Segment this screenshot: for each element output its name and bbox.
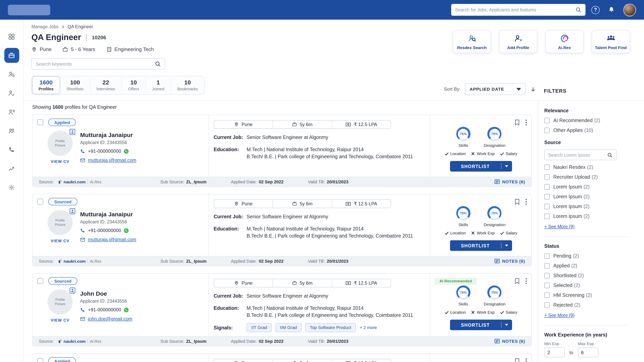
view-cv-link[interactable]: VIEW CV [51, 318, 70, 322]
filter-option[interactable]: Naukri Resdex (2) [544, 164, 634, 170]
email-link[interactable]: mutturaja.j@gmail.com [88, 237, 136, 242]
checkbox[interactable] [544, 302, 550, 308]
signal-chip[interactable]: Top Software Product [305, 323, 356, 332]
shortlist-dropdown-caret[interactable] [501, 240, 512, 251]
resume-icon[interactable] [70, 208, 76, 214]
notes-link[interactable]: NOTES (6) [494, 258, 525, 264]
filter-option[interactable]: Other Applies (10) [544, 128, 634, 133]
sort-direction-icon[interactable] [530, 86, 536, 92]
min-exp-input[interactable] [544, 348, 565, 357]
filter-option[interactable]: HM Screening (2) [544, 292, 634, 298]
search-icon[interactable] [155, 61, 161, 67]
bookmark-icon[interactable] [514, 198, 520, 205]
checkbox[interactable] [544, 263, 550, 268]
whatsapp-icon[interactable] [124, 228, 129, 233]
shortlist-button[interactable]: SHORTLIST [450, 161, 512, 172]
resume-icon[interactable] [70, 288, 76, 294]
filter-option[interactable]: Lorem Ipsum (2) [544, 204, 634, 209]
call-icon[interactable] [4, 142, 19, 157]
select-checkbox[interactable] [37, 119, 43, 125]
signal-chip[interactable]: IIT Grad [246, 323, 272, 332]
status-see-more-link[interactable]: + See More (9) [544, 313, 574, 318]
whatsapp-icon[interactable] [124, 148, 129, 154]
team-icon[interactable] [4, 123, 19, 138]
checkbox[interactable] [544, 253, 550, 259]
email-link[interactable]: mutturaja.j@gmail.com [88, 158, 136, 163]
airex-button[interactable]: Ai.Rex [546, 30, 584, 53]
more-menu-icon[interactable] [526, 198, 527, 205]
shortlist-dropdown-caret[interactable] [501, 161, 512, 172]
more-menu-icon[interactable] [526, 119, 527, 126]
notifications-icon[interactable] [606, 4, 617, 16]
select-checkbox[interactable] [37, 358, 43, 362]
bookmark-icon[interactable] [514, 278, 520, 284]
checkbox[interactable] [544, 273, 550, 278]
filter-option[interactable]: Lorem Ipsum (2) [544, 214, 634, 219]
sort-dropdown[interactable]: APPLIED DATE [465, 83, 526, 95]
checkbox[interactable] [544, 214, 550, 219]
help-icon[interactable]: ? [592, 6, 600, 14]
resdex-search-button[interactable]: Resdex Search [453, 30, 491, 53]
filter-option[interactable]: Lorem Ipsum (2) [544, 194, 634, 200]
tab[interactable]: 10 Offers [121, 76, 146, 94]
checkbox[interactable] [544, 204, 550, 209]
app-logo[interactable] [8, 4, 50, 15]
shortlist-button[interactable]: SHORTLIST [450, 240, 512, 251]
dashboard-icon[interactable] [4, 29, 19, 44]
signals-more-link[interactable]: + 2 more [360, 325, 377, 331]
naukri-logo[interactable]: naukri.com Ai.Rex [58, 339, 102, 344]
checkbox[interactable] [544, 174, 550, 180]
whatsapp-icon[interactable] [124, 307, 129, 312]
filter-option[interactable]: Rejected (2) [544, 302, 634, 308]
tab[interactable]: 10 Bookmarks [170, 76, 204, 94]
jobs-icon[interactable] [4, 48, 19, 63]
view-cv-link[interactable]: VIEW CV [51, 160, 70, 164]
checkbox[interactable] [544, 128, 550, 133]
tab[interactable]: 22 Interviews [90, 76, 121, 94]
candidate-search-icon[interactable] [4, 67, 19, 82]
filter-option[interactable]: AI Recommended (2) [544, 118, 634, 123]
add-profile-button[interactable]: Add Profile [499, 30, 537, 53]
more-menu-icon[interactable] [526, 358, 527, 362]
tab[interactable]: 1 Joined [146, 76, 170, 94]
checkbox[interactable] [544, 283, 550, 288]
source-see-more-link[interactable]: + See More (9) [544, 224, 574, 229]
candidate-status-icon[interactable] [4, 86, 19, 100]
checkbox[interactable] [544, 184, 550, 190]
checkbox[interactable] [544, 118, 550, 123]
source-search-input[interactable] [548, 152, 607, 157]
shortlist-dropdown-caret[interactable] [501, 320, 512, 330]
interview-icon[interactable] [4, 104, 19, 119]
more-menu-icon[interactable] [526, 278, 527, 284]
shortlist-button[interactable]: SHORTLIST [450, 320, 512, 330]
filter-option[interactable]: Pending (2) [544, 253, 634, 259]
filter-option[interactable]: Selected (2) [544, 283, 634, 288]
checkbox[interactable] [544, 164, 550, 170]
notes-link[interactable]: NOTES (6) [494, 339, 525, 344]
select-checkbox[interactable] [37, 278, 43, 284]
naukri-logo[interactable]: naukri.com Ai.Rex [58, 180, 102, 184]
search-icon[interactable] [607, 152, 612, 158]
checkbox[interactable] [544, 292, 550, 298]
view-cv-link[interactable]: VIEW CV [51, 239, 70, 243]
naukri-logo[interactable]: naukri.com Ai.Rex [58, 259, 102, 264]
search-icon[interactable] [575, 7, 582, 13]
tab[interactable]: 100 Shortlists [60, 76, 90, 94]
filter-option[interactable]: Shortlisted (2) [544, 273, 634, 278]
keyword-search-input[interactable] [36, 61, 155, 66]
analytics-icon[interactable] [4, 161, 19, 176]
filter-option[interactable]: Applied (2) [544, 263, 634, 268]
select-checkbox[interactable] [37, 199, 43, 204]
signal-chip[interactable]: IIM Grad [275, 323, 302, 332]
tab[interactable]: 1600 Profiles [32, 76, 60, 94]
talent-pool-find-button[interactable]: Talent Pool Find [592, 30, 630, 53]
notes-link[interactable]: NOTES (6) [494, 179, 525, 184]
settings-icon[interactable] [4, 180, 19, 195]
bookmark-icon[interactable] [514, 119, 520, 126]
filter-option[interactable]: Recruiter Upload (2) [544, 174, 634, 180]
checkbox[interactable] [544, 194, 550, 200]
breadcrumb-parent[interactable]: Manage Jobs [32, 24, 58, 29]
global-search-input[interactable] [455, 8, 572, 12]
email-link[interactable]: john.doe@gmail.com [88, 316, 132, 322]
filter-option[interactable]: Lorem Ipsum (2) [544, 184, 634, 190]
